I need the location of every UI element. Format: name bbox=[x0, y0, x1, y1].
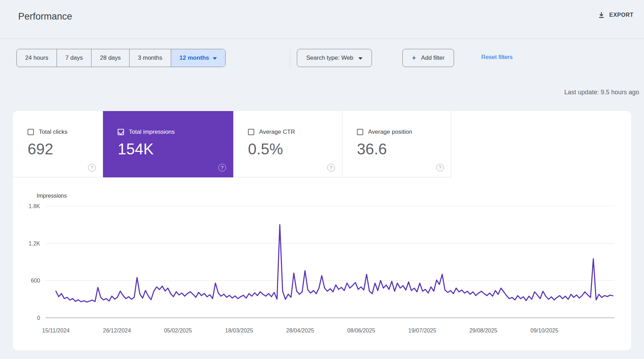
metric-value: 692 bbox=[28, 140, 103, 158]
svg-text:18/03/2025: 18/03/2025 bbox=[225, 328, 253, 334]
metric-value: 154K bbox=[118, 140, 233, 158]
download-icon bbox=[598, 11, 605, 19]
help-icon[interactable]: ? bbox=[436, 164, 444, 171]
range-tab-7-days[interactable]: 7 days bbox=[57, 49, 91, 67]
date-range-group: 24 hours 7 days 28 days 3 months 12 mont… bbox=[16, 49, 226, 67]
performance-panel: Total clicks 692 ? Total impressions 154… bbox=[13, 111, 631, 350]
metric-cards-row: Total clicks 692 ? Total impressions 154… bbox=[13, 111, 631, 177]
range-tab-28-days[interactable]: 28 days bbox=[91, 49, 129, 67]
metric-value: 0.5% bbox=[248, 140, 342, 158]
export-label: EXPORT bbox=[609, 12, 634, 18]
svg-text:05/02/2025: 05/02/2025 bbox=[164, 328, 192, 334]
metric-card-average-position[interactable]: Average position 36.6 ? bbox=[342, 111, 451, 177]
metric-card-average-ctr[interactable]: Average CTR 0.5% ? bbox=[233, 111, 342, 177]
page-title: Performance bbox=[18, 11, 72, 22]
svg-text:29/08/2025: 29/08/2025 bbox=[469, 328, 497, 334]
svg-text:09/10/2025: 09/10/2025 bbox=[530, 328, 558, 334]
metric-card-total-clicks[interactable]: Total clicks 692 ? bbox=[13, 111, 103, 177]
average-ctr-checkbox[interactable] bbox=[248, 129, 254, 135]
svg-text:08/06/2025: 08/06/2025 bbox=[347, 328, 375, 334]
range-tab-24-hours[interactable]: 24 hours bbox=[17, 49, 57, 67]
svg-text:19/07/2025: 19/07/2025 bbox=[408, 328, 436, 334]
range-tab-12-months[interactable]: 12 months bbox=[171, 49, 225, 67]
svg-text:1.8K: 1.8K bbox=[29, 203, 40, 209]
header-divider bbox=[0, 38, 644, 39]
svg-text:15/11/2024: 15/11/2024 bbox=[42, 328, 70, 334]
help-icon[interactable]: ? bbox=[88, 164, 96, 171]
impressions-line-chart[interactable]: 06001.2K1.8K15/11/202426/12/202405/02/20… bbox=[13, 198, 631, 345]
add-filter-button[interactable]: + Add filter bbox=[402, 49, 454, 67]
average-position-checkbox[interactable] bbox=[357, 129, 363, 135]
metric-label: Average position bbox=[368, 129, 412, 135]
svg-text:0: 0 bbox=[37, 315, 40, 321]
metric-label: Total impressions bbox=[129, 129, 175, 135]
total-clicks-checkbox[interactable] bbox=[28, 129, 34, 135]
chevron-down-icon bbox=[213, 57, 217, 60]
reset-filters-link[interactable]: Reset filters bbox=[481, 54, 513, 61]
filter-separator bbox=[290, 47, 290, 68]
help-icon[interactable]: ? bbox=[218, 164, 226, 171]
help-icon[interactable]: ? bbox=[327, 164, 335, 171]
last-update-text: Last update: 9.5 hours ago bbox=[564, 89, 639, 96]
total-impressions-checkbox[interactable] bbox=[118, 129, 124, 135]
search-type-dropdown[interactable]: Search type: Web bbox=[297, 49, 372, 67]
performance-page: Performance EXPORT 24 hours 7 days 28 da… bbox=[0, 0, 644, 359]
svg-text:600: 600 bbox=[31, 278, 40, 284]
export-button[interactable]: EXPORT bbox=[598, 11, 634, 19]
metric-card-total-impressions[interactable]: Total impressions 154K ? bbox=[103, 111, 233, 177]
metric-label: Average CTR bbox=[259, 129, 295, 135]
svg-text:28/04/2025: 28/04/2025 bbox=[286, 328, 314, 334]
chevron-down-icon bbox=[358, 57, 363, 60]
svg-text:1.2K: 1.2K bbox=[29, 241, 40, 247]
metric-value: 36.6 bbox=[357, 140, 451, 158]
metric-label: Total clicks bbox=[39, 129, 67, 135]
svg-text:26/12/2024: 26/12/2024 bbox=[103, 328, 131, 334]
plus-icon: + bbox=[412, 54, 416, 62]
range-tab-3-months[interactable]: 3 months bbox=[129, 49, 171, 67]
